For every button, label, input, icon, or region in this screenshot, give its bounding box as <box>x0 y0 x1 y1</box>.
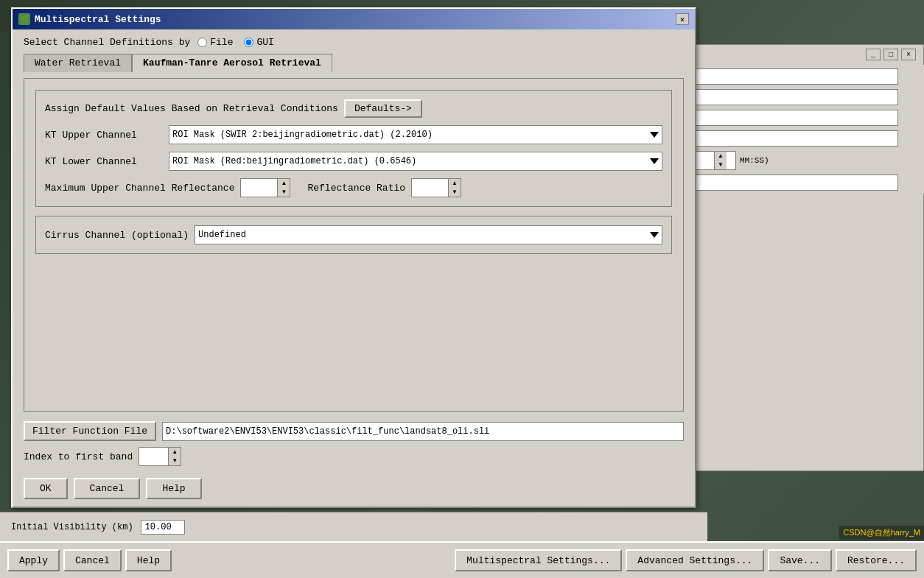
reflectance-ratio-spinbox: 0.50 ▲ ▼ <box>411 178 461 197</box>
rp-input-4[interactable] <box>685 130 898 147</box>
kt-lower-row: KT Lower Channel ROI Mask (Red:beijingra… <box>45 152 662 171</box>
reflectance-ratio-label: Reflectance Ratio <box>307 183 405 194</box>
reflectance-ratio-down[interactable]: ▼ <box>449 188 461 197</box>
watermark: CSDN@自然harry_M <box>839 526 924 540</box>
index-spinbox: 0 ▲ ▼ <box>139 447 181 466</box>
rp-row-3 <box>685 110 920 126</box>
index-row: Index to first band 0 ▲ ▼ <box>24 447 684 466</box>
channel-def-row: Select Channel Definitions by File GUI <box>24 37 684 48</box>
rp-row-1 <box>685 68 920 85</box>
dialog-close-button[interactable]: ✕ <box>676 13 689 25</box>
defaults-button[interactable]: Defaults-> <box>344 99 422 118</box>
rp-spinbox-row: 0 ▲ ▼ MM:SS) <box>685 151 920 170</box>
dialog-title: Multispectral Settings <box>35 14 676 25</box>
multispectral-settings-button[interactable]: Multispectral Settings... <box>455 549 622 571</box>
radio-gui-text: GUI <box>256 37 273 48</box>
rp-input-3[interactable] <box>685 110 898 126</box>
ok-button[interactable]: OK <box>24 478 68 499</box>
channel-def-label: Select Channel Definitions by <box>24 37 190 48</box>
rp-spinbox-arrows: ▲ ▼ <box>715 152 727 169</box>
cirrus-select[interactable]: Undefined <box>195 225 662 244</box>
rp-row-2 <box>685 89 920 105</box>
max-upper-spinbox: 0.08 ▲ ▼ <box>240 178 290 197</box>
rp-input-2[interactable] <box>685 89 898 105</box>
rp-input-5[interactable] <box>685 175 898 191</box>
cancel-button[interactable]: Cancel <box>74 478 141 499</box>
radio-file-input[interactable] <box>197 38 207 47</box>
rp-spin-up[interactable]: ▲ <box>715 152 727 161</box>
tab-kaufman-tanre[interactable]: Kaufman-Tanre Aerosol Retrieval <box>132 54 332 72</box>
multispectral-settings-dialog: 🌿 Multispectral Settings ✕ Select Channe… <box>11 7 696 508</box>
tab-water-retrieval[interactable]: Water Retrieval <box>24 54 132 72</box>
dialog-titlebar: 🌿 Multispectral Settings ✕ <box>13 9 695 29</box>
cirrus-box: Cirrus Channel (optional) Undefined <box>35 216 672 254</box>
radio-file-text: File <box>210 37 233 48</box>
restore-button[interactable]: Restore... <box>836 549 917 571</box>
close-btn-right[interactable]: × <box>901 49 916 60</box>
cirrus-row: Cirrus Channel (optional) Undefined <box>45 225 662 244</box>
filter-file-row: Filter Function File <box>24 421 684 441</box>
toolbar-help-button[interactable]: Help <box>125 549 172 571</box>
kt-upper-row: KT Upper Channel ROI Mask (SWIR 2:beijin… <box>45 125 662 144</box>
rp-input-1[interactable] <box>685 68 898 85</box>
rp-spin-label: MM:SS) <box>740 156 769 165</box>
max-upper-down[interactable]: ▼ <box>278 188 290 197</box>
apply-button[interactable]: Apply <box>7 549 60 571</box>
index-up[interactable]: ▲ <box>169 448 181 457</box>
minimize-btn[interactable]: _ <box>866 49 881 60</box>
retrieval-conditions-box: Assign Default Values Based on Retrieval… <box>35 90 672 207</box>
advanced-settings-button[interactable]: Advanced Settings... <box>626 549 764 571</box>
bottom-content-area: Initial Visibility (km) 10.00 <box>0 512 707 541</box>
tab-content: Assign Default Values Based on Retrieval… <box>24 78 684 412</box>
index-down[interactable]: ▼ <box>169 457 181 465</box>
kt-lower-label: KT Lower Channel <box>45 156 163 167</box>
reflectance-ratio-arrows: ▲ ▼ <box>449 179 461 197</box>
dialog-buttons: OK Cancel Help <box>24 472 684 499</box>
kt-lower-select[interactable]: ROI Mask (Red:beijingradiometric.dat) (0… <box>169 152 662 171</box>
bottom-toolbar: Apply Cancel Help Multispectral Settings… <box>0 541 924 578</box>
visibility-label: Initial Visibility (km) <box>11 522 133 532</box>
filter-function-file-button[interactable]: Filter Function File <box>24 421 156 441</box>
radio-gui-input[interactable] <box>244 38 253 47</box>
toolbar-cancel-button[interactable]: Cancel <box>63 549 122 571</box>
max-upper-label: Maximum Upper Channel Reflectance <box>45 183 234 194</box>
channel-def-radios: File GUI <box>197 37 274 48</box>
kt-upper-label: KT Upper Channel <box>45 130 163 141</box>
rp-row-5 <box>685 175 920 191</box>
defaults-row: Assign Default Values Based on Retrieval… <box>45 99 662 118</box>
tab-strip: Water Retrieval Kaufman-Tanre Aerosol Re… <box>24 54 684 72</box>
kt-upper-select[interactable]: ROI Mask (SWIR 2:beijingradiometric.dat)… <box>169 125 662 144</box>
index-input[interactable]: 0 <box>139 448 169 465</box>
visibility-value: 10.00 <box>141 520 185 535</box>
save-button[interactable]: Save... <box>768 549 832 571</box>
max-upper-input[interactable]: 0.08 <box>241 179 278 197</box>
filter-file-path-input[interactable] <box>162 422 684 441</box>
dialog-body: Select Channel Definitions by File GUI W… <box>13 29 695 507</box>
rp-row-4 <box>685 130 920 147</box>
assign-label: Assign Default Values Based on Retrieval… <box>45 103 338 114</box>
max-upper-arrows: ▲ ▼ <box>278 179 290 197</box>
rp-spin-down[interactable]: ▼ <box>715 161 727 169</box>
radio-file-label[interactable]: File <box>197 37 233 48</box>
reflectance-ratio-up[interactable]: ▲ <box>449 179 461 188</box>
radio-gui-label[interactable]: GUI <box>244 37 273 48</box>
maximize-btn[interactable]: □ <box>883 49 898 60</box>
help-button[interactable]: Help <box>146 478 201 499</box>
max-upper-row: Maximum Upper Channel Reflectance 0.08 ▲… <box>45 178 662 197</box>
reflectance-ratio-input[interactable]: 0.50 <box>412 179 449 197</box>
index-arrows: ▲ ▼ <box>169 448 181 465</box>
max-upper-up[interactable]: ▲ <box>278 179 290 188</box>
cirrus-label: Cirrus Channel (optional) <box>45 230 189 241</box>
dialog-icon: 🌿 <box>18 13 30 25</box>
right-panel-content: 0 ▲ ▼ MM:SS) <box>681 65 924 194</box>
app-icon-symbol: 🌿 <box>20 15 29 24</box>
index-label: Index to first band <box>24 451 133 462</box>
